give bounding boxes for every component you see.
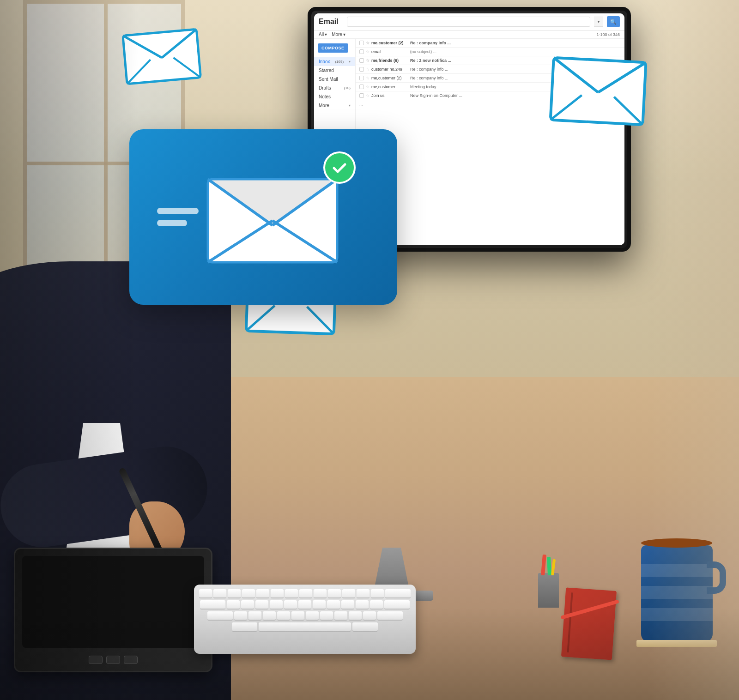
- key[interactable]: [314, 589, 327, 598]
- key[interactable]: [371, 589, 384, 598]
- key[interactable]: [277, 611, 290, 621]
- notebook-spine: [567, 592, 573, 652]
- page-count: 1-100 of 346: [596, 32, 620, 37]
- email-subject: Re : company info ...: [410, 41, 621, 45]
- star-icon[interactable]: ☆: [366, 93, 370, 98]
- tablet-buttons-row: [89, 656, 138, 664]
- notebook-pen: [561, 599, 619, 620]
- email-sender: me,customer (2): [371, 76, 408, 80]
- key[interactable]: [327, 600, 340, 609]
- card-line-2: [157, 220, 187, 226]
- email-checkbox[interactable]: [359, 76, 364, 80]
- star-icon[interactable]: ☆: [366, 84, 370, 89]
- mug-coffee-top: [641, 538, 712, 548]
- compose-button[interactable]: COMPOSE: [318, 43, 348, 53]
- key[interactable]: [263, 611, 276, 621]
- app-title: Email: [319, 18, 339, 26]
- key[interactable]: [234, 611, 247, 621]
- tablet-active-area: [22, 556, 204, 648]
- more-dropdown[interactable]: More ▾: [332, 32, 345, 37]
- star-icon[interactable]: ☆: [366, 76, 370, 80]
- floating-envelope-top-left: [120, 22, 204, 89]
- search-dropdown[interactable]: ▾: [594, 17, 603, 27]
- card-text-lines: [157, 208, 199, 226]
- email-toolbar: All ▾ More ▾ 1-100 of 346: [314, 30, 624, 39]
- key[interactable]: [255, 600, 268, 609]
- card-line-1: [157, 208, 199, 214]
- key[interactable]: [228, 589, 241, 598]
- tablet-button-3[interactable]: [124, 656, 138, 664]
- key[interactable]: [334, 611, 347, 621]
- key[interactable]: [356, 600, 369, 609]
- tablet-button-2[interactable]: [106, 656, 120, 664]
- sidebar-item-starred[interactable]: Starred: [314, 66, 355, 75]
- sidebar-item-drafts[interactable]: Drafts (10): [314, 84, 355, 92]
- key[interactable]: [227, 600, 240, 609]
- email-checkbox[interactable]: [359, 58, 364, 63]
- notebook: [561, 587, 617, 660]
- mug-handle: [707, 561, 726, 594]
- key[interactable]: [270, 600, 283, 609]
- star-icon[interactable]: ☆: [366, 67, 370, 72]
- email-checkbox[interactable]: [359, 49, 364, 54]
- sidebar-item-sent[interactable]: Sent Mail: [314, 75, 355, 84]
- key[interactable]: [370, 600, 383, 609]
- key[interactable]: [242, 589, 255, 598]
- sidebar-item-notes[interactable]: Notes: [314, 92, 355, 101]
- key[interactable]: [349, 611, 362, 621]
- search-input[interactable]: [347, 17, 590, 27]
- key[interactable]: [199, 589, 212, 598]
- key-shift-left[interactable]: [232, 622, 257, 632]
- star-icon[interactable]: ☆: [366, 49, 370, 54]
- email-checkbox[interactable]: [359, 67, 364, 72]
- key[interactable]: [248, 611, 261, 621]
- envelope-icon-top-left: [120, 22, 204, 89]
- email-sender: email: [371, 49, 408, 54]
- key[interactable]: [342, 589, 355, 598]
- email-checkbox[interactable]: [359, 93, 364, 98]
- key-space[interactable]: [259, 622, 351, 632]
- key[interactable]: [241, 600, 254, 609]
- key-enter[interactable]: [384, 600, 410, 609]
- key[interactable]: [299, 589, 312, 598]
- key[interactable]: [284, 600, 297, 609]
- email-sender: Join us: [371, 93, 408, 98]
- key-ctrl[interactable]: [352, 622, 378, 632]
- key-caps[interactable]: [207, 611, 233, 621]
- mug-stripe-1: [641, 564, 713, 577]
- key-shift-right[interactable]: [377, 611, 403, 621]
- main-envelope-icon: [199, 161, 346, 272]
- star-icon[interactable]: ☆: [366, 41, 370, 45]
- key[interactable]: [213, 589, 226, 598]
- mug-stripe-3: [641, 608, 713, 621]
- table-row[interactable]: ☆ me,customer (2) Re : company info ...: [356, 39, 624, 48]
- keyboard-row-1: [199, 589, 411, 598]
- key-backspace[interactable]: [385, 589, 411, 598]
- key[interactable]: [291, 611, 304, 621]
- key[interactable]: [271, 589, 284, 598]
- sidebar-item-more[interactable]: More ▾: [314, 101, 355, 110]
- sidebar-item-inbox[interactable]: Inbox (169) ▾: [314, 57, 355, 66]
- key[interactable]: [306, 611, 319, 621]
- email-header: Email ▾ 🔍: [314, 13, 624, 30]
- email-checkbox[interactable]: [359, 84, 364, 89]
- key[interactable]: [285, 589, 298, 598]
- key[interactable]: [357, 589, 370, 598]
- all-dropdown[interactable]: All ▾: [319, 32, 327, 37]
- key[interactable]: [313, 600, 326, 609]
- key[interactable]: [298, 600, 311, 609]
- tablet-button-1[interactable]: [89, 656, 103, 664]
- keyboard: [194, 585, 416, 654]
- key[interactable]: [341, 600, 354, 609]
- key[interactable]: [256, 589, 269, 598]
- search-button[interactable]: 🔍: [607, 16, 620, 27]
- email-sender: customer no.249: [371, 67, 408, 72]
- key[interactable]: [328, 589, 341, 598]
- drawing-tablet: [14, 548, 212, 672]
- key[interactable]: [320, 611, 333, 621]
- mug-saucer: [636, 640, 717, 647]
- email-checkbox[interactable]: [359, 41, 364, 45]
- key[interactable]: [363, 611, 376, 621]
- key-tab[interactable]: [200, 600, 225, 609]
- star-icon[interactable]: ☆: [366, 58, 370, 63]
